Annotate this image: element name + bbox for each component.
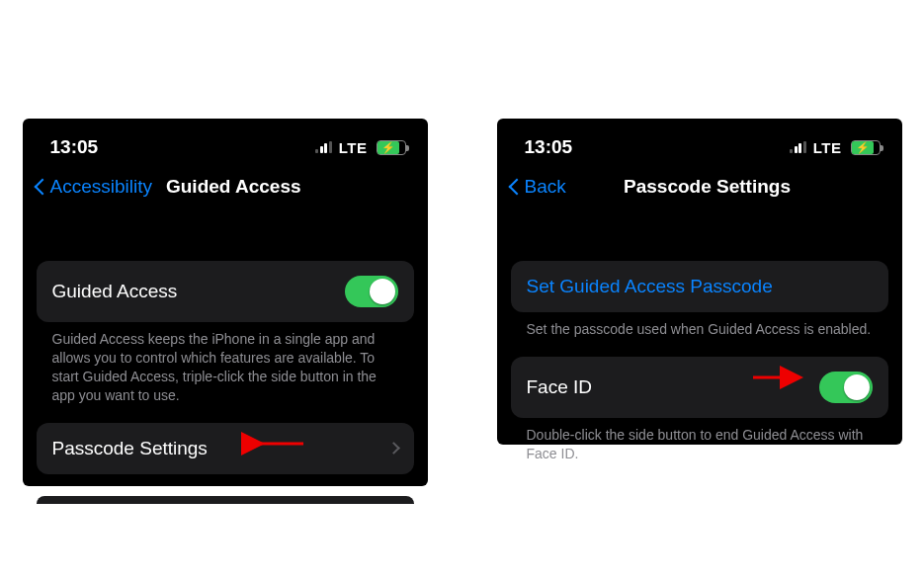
screenshot-guided-access: 13:05 LTE ⚡ Accessibility Guided Access … [23,119,428,486]
signal-icon [315,141,332,153]
back-button[interactable]: Back [507,176,566,198]
battery-icon: ⚡ [851,140,881,155]
chevron-left-icon [508,179,525,196]
partial-next-cell [37,496,414,504]
set-passcode-label: Set Guided Access Passcode [527,276,773,297]
toggle-on-icon[interactable] [345,276,398,307]
passcode-settings-label: Passcode Settings [52,438,208,459]
status-bar: 13:05 LTE ⚡ [23,119,428,166]
guided-access-description: Guided Access keeps the iPhone in a sing… [37,322,414,405]
back-label: Accessibility [50,176,152,198]
network-label: LTE [813,139,842,156]
status-right: LTE ⚡ [315,139,405,156]
status-time: 13:05 [50,136,99,158]
back-button[interactable]: Accessibility [33,176,152,198]
chevron-left-icon [34,179,50,196]
face-id-toggle-row[interactable]: Face ID [511,357,888,418]
face-id-label: Face ID [527,376,593,398]
chevron-right-icon [387,442,400,455]
toggle-on-icon[interactable] [819,372,873,403]
red-arrow-annotation-icon [748,365,807,390]
nav-bar: Back Passcode Settings [497,166,902,213]
set-passcode-footer: Set the passcode used when Guided Access… [511,312,888,339]
passcode-settings-row[interactable]: Passcode Settings [37,423,414,474]
guided-access-toggle-row[interactable]: Guided Access [37,261,414,322]
signal-icon [790,141,806,153]
guided-access-label: Guided Access [52,281,178,302]
status-right: LTE ⚡ [790,139,880,156]
nav-title: Guided Access [166,176,301,198]
red-arrow-annotation-icon [249,431,308,456]
battery-icon: ⚡ [377,140,406,155]
status-bar: 13:05 LTE ⚡ [497,119,902,166]
status-time: 13:05 [525,136,573,158]
nav-bar: Accessibility Guided Access [23,166,428,213]
face-id-footer: Double-click the side button to end Guid… [511,418,888,463]
screenshot-passcode-settings: 13:05 LTE ⚡ Back Passcode Settings Set G… [497,119,902,445]
back-label: Back [525,176,566,198]
nav-title: Passcode Settings [624,176,791,198]
network-label: LTE [339,139,368,156]
set-passcode-row[interactable]: Set Guided Access Passcode [511,261,888,312]
